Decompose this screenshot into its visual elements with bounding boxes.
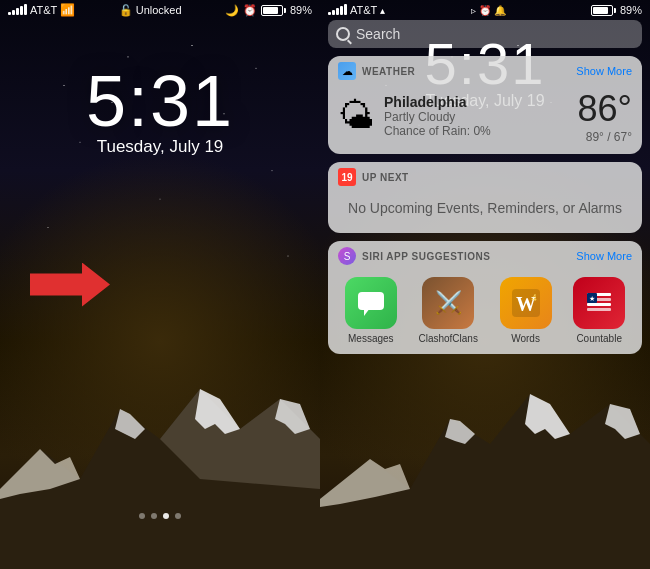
app-item-messages[interactable]: Messages <box>345 277 397 344</box>
page-dot-4 <box>175 513 181 519</box>
right-status-bar: AT&T ▴ ▹ ⏰ 🔔 89% <box>320 0 650 20</box>
alarm-icon-left: ⏰ <box>243 4 257 17</box>
moon-icon-left: 🌙 <box>225 4 239 17</box>
battery-percent-right: 89% <box>620 4 642 16</box>
lock-status: 🔓 Unlocked <box>119 4 182 17</box>
page-dots <box>0 513 320 519</box>
words-app-icon: W 4 <box>500 277 552 329</box>
upnext-message: No Upcoming Events, Reminders, or Alarms <box>348 200 622 216</box>
right-status-center: ▹ ⏰ 🔔 <box>471 5 506 16</box>
upnext-card: 19 UP NEXT No Upcoming Events, Reminders… <box>328 162 642 233</box>
weather-city: Philadelphia <box>384 94 568 110</box>
weather-temp-area: 86° 89° / 67° <box>578 88 632 144</box>
wifi-icon-left: 📶 <box>60 3 75 17</box>
carrier-right: AT&T <box>350 4 377 16</box>
app-item-countable[interactable]: ★ Countable <box>573 277 625 344</box>
weather-show-more[interactable]: Show More <box>576 65 632 77</box>
upnext-header: 19 UP NEXT <box>328 162 642 190</box>
siri-header: S SIRI APP SUGGESTIONS Show More <box>328 241 642 269</box>
upnext-body: No Upcoming Events, Reminders, or Alarms <box>328 190 642 233</box>
upnext-header-left: 19 UP NEXT <box>338 168 409 186</box>
alarm-icon-right: ⏰ <box>479 5 491 16</box>
left-clock: 5:31 <box>0 60 320 142</box>
carrier-left: AT&T <box>30 4 57 16</box>
battery-left <box>261 5 286 16</box>
weather-temperature: 86° <box>578 88 632 130</box>
signal-bars-left <box>8 5 27 15</box>
siri-icon: S <box>338 247 356 265</box>
left-time-display: 5:31 Tuesday, July 19 <box>0 60 320 157</box>
siri-show-more[interactable]: Show More <box>576 250 632 262</box>
svg-text:★: ★ <box>589 295 595 302</box>
siri-header-left: S SIRI APP SUGGESTIONS <box>338 247 490 265</box>
weather-app-icon: ☁ <box>338 62 356 80</box>
svg-rect-11 <box>358 292 384 310</box>
messages-app-label: Messages <box>348 333 394 344</box>
search-bar[interactable]: Search <box>328 20 642 48</box>
weather-title: WEATHER <box>362 66 415 77</box>
countable-app-icon: ★ <box>573 277 625 329</box>
left-phone: AT&T 📶 🔓 Unlocked 🌙 ⏰ 89% 5:31 Tuesday, … <box>0 0 320 569</box>
weather-header: ☁ WEATHER Show More <box>328 56 642 84</box>
mountain-left <box>0 349 320 569</box>
weather-card: ☁ WEATHER Show More 🌤 Philadelphia Partl… <box>328 56 642 154</box>
battery-right <box>591 5 616 16</box>
weather-body: 🌤 Philadelphia Partly Cloudy Chance of R… <box>328 84 642 154</box>
signal-bars-right <box>328 5 347 15</box>
svg-rect-19 <box>587 308 611 311</box>
upnext-title: UP NEXT <box>362 172 409 183</box>
svg-text:4: 4 <box>531 292 536 303</box>
battery-percent-left: 89% <box>290 4 312 16</box>
unlocked-label: Unlocked <box>136 4 182 16</box>
svg-rect-18 <box>587 303 611 306</box>
cards-area: ☁ WEATHER Show More 🌤 Philadelphia Partl… <box>328 56 642 561</box>
messages-app-icon <box>345 277 397 329</box>
calendar-icon: 19 <box>338 168 356 186</box>
page-dot-1 <box>139 513 145 519</box>
app-item-clashofclans[interactable]: ⚔️ ClashofClans <box>418 277 477 344</box>
wifi-icon-right: ▴ <box>380 5 385 16</box>
words-app-label: Words <box>511 333 540 344</box>
rotation-icon-right: 🔔 <box>494 5 506 16</box>
siri-title: SIRI APP SUGGESTIONS <box>362 251 490 262</box>
weather-header-left: ☁ WEATHER <box>338 62 415 80</box>
search-placeholder: Search <box>356 26 400 42</box>
left-date: Tuesday, July 19 <box>0 137 320 157</box>
app-item-words[interactable]: W 4 Words <box>500 277 552 344</box>
clash-app-icon: ⚔️ <box>422 277 474 329</box>
weather-emoji: 🌤 <box>338 98 374 134</box>
weather-range: 89° / 67° <box>578 130 632 144</box>
left-status-bar: AT&T 📶 🔓 Unlocked 🌙 ⏰ 89% <box>0 0 320 20</box>
lock-icon-left: 🔓 <box>119 4 133 17</box>
left-status-left: AT&T 📶 <box>8 3 75 17</box>
page-dot-3 <box>163 513 169 519</box>
page-dot-2 <box>151 513 157 519</box>
countable-app-label: Countable <box>576 333 622 344</box>
calendar-date-badge: 19 <box>341 172 352 183</box>
weather-description: Partly Cloudy <box>384 110 568 124</box>
siri-card: S SIRI APP SUGGESTIONS Show More Message… <box>328 241 642 354</box>
location-icon-right: ▹ <box>471 5 476 16</box>
right-arrow <box>30 263 110 307</box>
search-icon <box>336 27 350 41</box>
right-status-right: 89% <box>591 4 642 16</box>
clash-app-label: ClashofClans <box>418 333 477 344</box>
right-status-left: AT&T ▴ <box>328 4 385 16</box>
weather-info: Philadelphia Partly Cloudy Chance of Rai… <box>384 94 568 138</box>
left-status-right: 🌙 ⏰ 89% <box>225 4 312 17</box>
right-phone: AT&T ▴ ▹ ⏰ 🔔 89% 5:31 Tuesday, July 19 S… <box>320 0 650 569</box>
siri-app-grid: Messages ⚔️ ClashofClans W 4 <box>328 269 642 354</box>
weather-chance: Chance of Rain: 0% <box>384 124 568 138</box>
